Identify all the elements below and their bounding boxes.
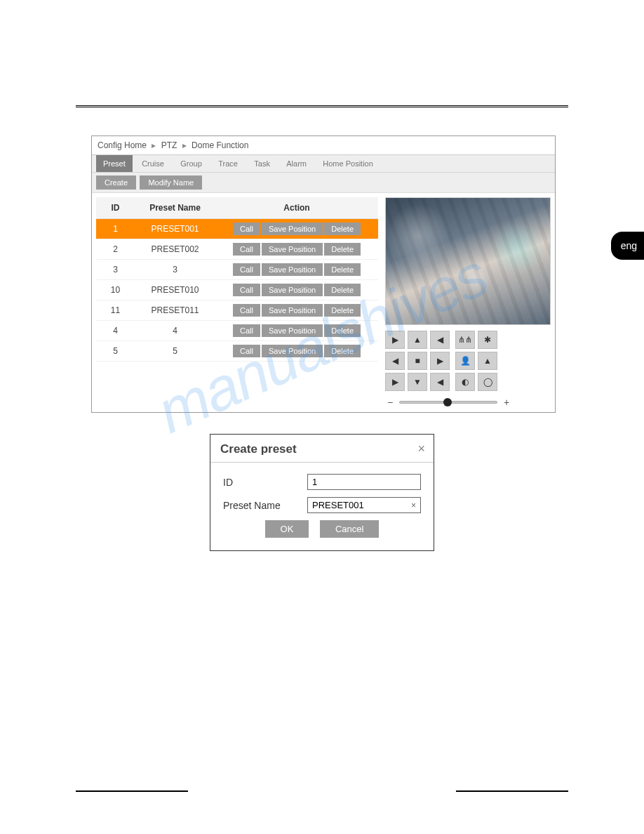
cell-id: 4 <box>96 321 135 341</box>
delete-button[interactable]: Delete <box>324 263 361 276</box>
preset-name-input[interactable]: PRESET001 × <box>307 497 421 513</box>
save-position-button[interactable]: Save Position <box>262 304 323 317</box>
cell-id: 2 <box>96 239 135 260</box>
footer-rules <box>76 790 568 792</box>
cell-name: 4 <box>135 321 215 341</box>
call-button[interactable]: Call <box>233 243 260 256</box>
breadcrumb-config[interactable]: Config Home <box>98 140 147 150</box>
page-top-rule <box>76 105 568 107</box>
cancel-button[interactable]: Cancel <box>320 520 379 538</box>
tab-alarm[interactable]: Alarm <box>279 155 314 172</box>
breadcrumb-sep-icon: ▸ <box>182 140 187 150</box>
ptz-left-button[interactable]: ◀ <box>385 352 405 370</box>
ptz-downright-button[interactable]: ◀ <box>430 373 450 391</box>
cell-name: PRESET001 <box>135 219 215 239</box>
table-row[interactable]: 1PRESET001CallSave PositionDelete <box>96 219 378 239</box>
table-row[interactable]: 11PRESET011CallSave PositionDelete <box>96 300 378 321</box>
zoom-in-icon[interactable]: ✱ <box>478 331 497 349</box>
cell-name: PRESET011 <box>135 300 215 321</box>
zoom-out-icon[interactable]: ⋔⋔ <box>455 331 475 349</box>
tab-group[interactable]: Group <box>173 155 209 172</box>
tab-task[interactable]: Task <box>247 155 277 172</box>
ptz-speed-slider[interactable]: − + <box>385 397 511 408</box>
id-value: 1 <box>312 477 317 487</box>
save-position-button[interactable]: Save Position <box>262 243 323 256</box>
call-button[interactable]: Call <box>233 345 260 357</box>
iris-open-icon[interactable]: ◐ <box>455 373 475 391</box>
call-button[interactable]: Call <box>233 223 260 235</box>
config-window: Config Home ▸ PTZ ▸ Dome Function Preset… <box>91 135 556 413</box>
preset-table: ID Preset Name Action 1PRESET001CallSave… <box>96 197 378 362</box>
cell-id: 10 <box>96 280 135 300</box>
breadcrumb-dome-function[interactable]: Dome Function <box>192 140 248 150</box>
table-row[interactable]: 2PRESET002CallSave PositionDelete <box>96 239 378 260</box>
iris-close-icon[interactable]: ◯ <box>478 373 497 391</box>
delete-button[interactable]: Delete <box>324 304 361 317</box>
col-name: Preset Name <box>135 197 215 219</box>
col-action: Action <box>215 197 378 219</box>
call-button[interactable]: Call <box>233 263 260 276</box>
delete-button[interactable]: Delete <box>324 324 361 337</box>
save-position-button[interactable]: Save Position <box>262 263 323 276</box>
video-preview <box>385 197 551 325</box>
table-row[interactable]: 55CallSave PositionDelete <box>96 341 378 362</box>
tab-preset[interactable]: Preset <box>96 155 133 172</box>
delete-button[interactable]: Delete <box>324 284 361 296</box>
modify-name-button[interactable]: Modify Name <box>140 176 202 190</box>
cell-id: 1 <box>96 219 135 239</box>
table-row[interactable]: 10PRESET010CallSave PositionDelete <box>96 280 378 300</box>
save-position-button[interactable]: Save Position <box>262 345 323 357</box>
ptz-upright-button[interactable]: ◀ <box>430 331 450 349</box>
save-position-button[interactable]: Save Position <box>262 324 323 337</box>
ptz-panel: ▶▲◀◀■▶▶▼◀ ⋔⋔✱👤▲◐◯ <box>385 331 551 391</box>
ptz-aux-grid: ⋔⋔✱👤▲◐◯ <box>455 331 497 391</box>
call-button[interactable]: Call <box>233 284 260 296</box>
ptz-stop-button[interactable]: ■ <box>408 352 427 370</box>
tab-trace[interactable]: Trace <box>211 155 245 172</box>
call-button[interactable]: Call <box>233 304 260 317</box>
table-row[interactable]: 33CallSave PositionDelete <box>96 260 378 280</box>
slider-track[interactable] <box>399 401 497 404</box>
cell-name: PRESET010 <box>135 280 215 300</box>
col-id: ID <box>96 197 135 219</box>
cell-name: PRESET002 <box>135 239 215 260</box>
delete-button[interactable]: Delete <box>324 345 361 357</box>
focus-near-icon[interactable]: 👤 <box>455 352 475 370</box>
table-row[interactable]: 44CallSave PositionDelete <box>96 321 378 341</box>
breadcrumb-sep-icon: ▸ <box>152 140 156 150</box>
focus-far-icon[interactable]: ▲ <box>478 352 497 370</box>
language-tag: eng <box>611 232 644 260</box>
delete-button[interactable]: Delete <box>324 243 361 256</box>
ptz-up-button[interactable]: ▲ <box>408 331 427 349</box>
dialog-title: Create preset <box>220 442 297 456</box>
ptz-downleft-button[interactable]: ▶ <box>385 373 405 391</box>
close-icon[interactable]: × <box>417 442 425 456</box>
ptz-direction-grid: ▶▲◀◀■▶▶▼◀ <box>385 331 450 391</box>
slider-minus-icon[interactable]: − <box>385 397 395 408</box>
tab-bar: Preset Cruise Group Trace Task Alarm Hom… <box>92 155 555 173</box>
call-button[interactable]: Call <box>233 324 260 337</box>
id-input[interactable]: 1 <box>307 474 421 490</box>
ok-button[interactable]: OK <box>265 520 309 538</box>
tab-home-position[interactable]: Home Position <box>316 155 380 172</box>
breadcrumb-ptz[interactable]: PTZ <box>161 140 177 150</box>
slider-plus-icon[interactable]: + <box>502 397 511 408</box>
delete-button[interactable]: Delete <box>324 223 361 235</box>
breadcrumb: Config Home ▸ PTZ ▸ Dome Function <box>92 136 555 155</box>
cell-id: 5 <box>96 341 135 362</box>
preset-name-label: Preset Name <box>223 500 307 511</box>
cell-id: 11 <box>96 300 135 321</box>
ptz-down-button[interactable]: ▼ <box>408 373 427 391</box>
create-preset-dialog: Create preset × ID 1 Preset Name PRESET0… <box>210 434 434 551</box>
create-button[interactable]: Create <box>96 176 136 190</box>
ptz-right-button[interactable]: ▶ <box>430 352 450 370</box>
ptz-upleft-button[interactable]: ▶ <box>385 331 405 349</box>
cell-name: 5 <box>135 341 215 362</box>
save-position-button[interactable]: Save Position <box>262 223 323 235</box>
save-position-button[interactable]: Save Position <box>262 284 323 296</box>
toolbar: Create Modify Name <box>92 173 555 193</box>
clear-input-icon[interactable]: × <box>411 501 416 510</box>
cell-id: 3 <box>96 260 135 280</box>
slider-thumb[interactable] <box>443 398 452 406</box>
tab-cruise[interactable]: Cruise <box>135 155 171 172</box>
